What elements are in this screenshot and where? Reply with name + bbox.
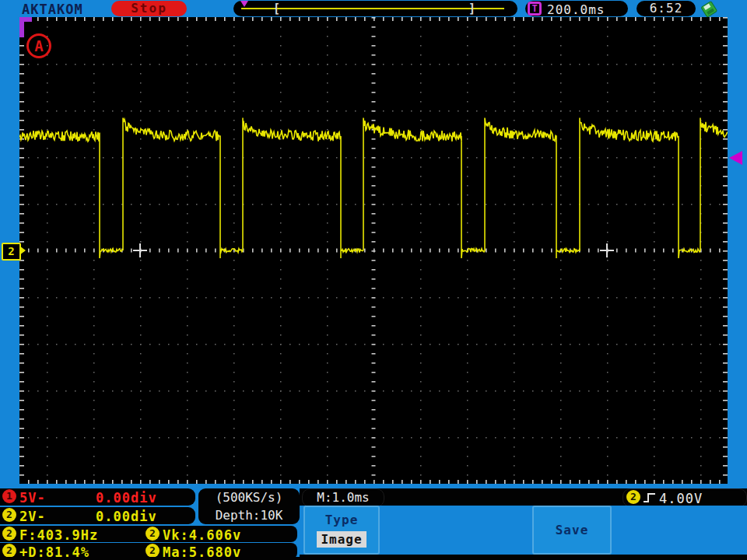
window-right-bracket: ] [468, 2, 475, 16]
ch2-badge: 2 [2, 508, 16, 522]
record-window-line [241, 8, 504, 9]
record-depth: Depth:10K [198, 506, 300, 524]
meas-badge: 2 [2, 527, 16, 541]
softkey-menu-bar: Type Image Save [300, 506, 747, 555]
waveform-display [19, 17, 728, 484]
measurement-row: 2 F:403.9Hz 2 Vk:4.606v [0, 526, 297, 542]
type-menu-button[interactable]: Type Image [303, 506, 380, 555]
save-button[interactable]: Save [532, 506, 612, 555]
run-state-badge: Stop [111, 1, 187, 16]
oscilloscope-screen: { "header": { "brand": "AKTAKOM", "run_s… [0, 0, 747, 560]
type-label: Type [305, 513, 378, 527]
trigger-position-bar[interactable]: [ ] [233, 1, 517, 16]
ch1-status-pill: 1 5V- 0.00div [0, 488, 195, 506]
rising-edge-icon [642, 491, 658, 505]
trigger-level-readout: 2 4.00V [622, 488, 747, 507]
timebase-readout: M:1.0ms [302, 488, 384, 507]
meas-badge: 2 [146, 527, 160, 541]
trigger-level-arrow-icon[interactable] [729, 151, 742, 165]
trigger-delay-readout: T 200.0ms [525, 1, 628, 16]
ch2-offset: 0.00div [96, 509, 157, 524]
window-left-bracket: [ [273, 2, 280, 16]
bottom-status-panel: 1 5V- 0.00div 2 2V- 0.00div (500KS/s) De… [0, 488, 747, 560]
ch1-offset: 0.00div [96, 490, 157, 506]
clock: 6:52 [637, 1, 696, 16]
top-status-bar: AKTAKOM Stop [ ] T 200.0ms 6:52 [0, 0, 747, 17]
type-value[interactable]: Image [317, 531, 366, 548]
ch1-badge: 1 [2, 489, 16, 503]
panel-divider [0, 557, 747, 560]
auto-mode-indicator: A [26, 33, 51, 58]
trigger-source-badge: 2 [626, 490, 640, 504]
brand-logo: AKTAKOM [22, 2, 83, 17]
ch2-status-pill: 2 2V- 0.00div [0, 507, 195, 524]
acquisition-info-box: (500KS/s) Depth:10K [198, 488, 300, 524]
trigger-level-value: 4.00V [659, 491, 703, 506]
trigger-t-icon: T [528, 2, 542, 16]
meas-badge: 2 [2, 544, 16, 558]
ch2-zero-level-marker[interactable]: 2 [2, 243, 21, 261]
meas-badge: 2 [146, 544, 160, 558]
meas-vk: Vk:4.606v [163, 527, 241, 543]
ch1-scale: 5V- [19, 490, 46, 506]
meas-frequency: F:403.9Hz [19, 527, 98, 543]
trigger-delay-value: 200.0ms [547, 2, 605, 17]
sample-rate: (500KS/s) [198, 488, 300, 506]
trigger-position-marker-icon[interactable] [240, 1, 248, 7]
ch2-scale: 2V- [19, 509, 46, 524]
usb-flash-icon [700, 1, 721, 17]
